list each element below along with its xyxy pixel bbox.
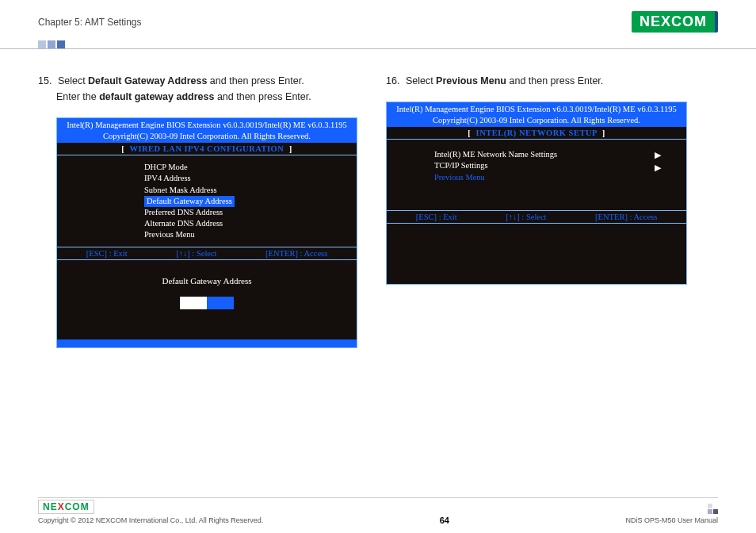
brand-logo: NEXCOM (632, 11, 718, 33)
ip-input[interactable] (180, 297, 234, 309)
bios-footer-bar (57, 339, 357, 347)
instruction-bold: Previous Menu (436, 75, 506, 86)
bios-keybar: [ESC] : Exit [↑↓] : Select [ENTER] : Acc… (57, 247, 357, 260)
step-number: 16. (386, 75, 399, 86)
page-number: 64 (440, 516, 449, 525)
menu-item[interactable]: TCP/IP Settings ▶ (434, 160, 664, 171)
menu-item[interactable]: Subnet Mask Address (144, 185, 357, 196)
bios-screenshot-left: Intel(R) Management Engine BIOS Extensio… (56, 117, 357, 348)
bios-empty-panel (387, 224, 686, 284)
key-hint-select: [↑↓] : Select (506, 213, 546, 221)
bios-header-line2: Copyright(C) 2003-09 Intel Corporation. … (390, 115, 683, 126)
instruction-bold: Default Gateway Address (88, 75, 207, 86)
bios-keybar: [ESC] : Exit [↑↓] : Select [ENTER] : Acc… (387, 211, 686, 224)
key-hint-select: [↑↓] : Select (176, 249, 216, 258)
bios-section-title: [ WIRED LAN IPV4 CONFIGURATION ] (57, 143, 357, 155)
copyright-text: Copyright © 2012 NEXCOM International Co… (38, 516, 263, 524)
menu-item[interactable]: DHCP Mode (144, 162, 357, 173)
menu-item-selected[interactable]: Previous Menu (434, 172, 664, 183)
instruction-text: and then press Enter. (506, 75, 603, 86)
chevron-right-icon: ▶ (655, 149, 661, 161)
key-hint-enter: [ENTER] : Access (595, 213, 657, 221)
bios-header-line1: Intel(R) Management Engine BIOS Extensio… (390, 104, 683, 115)
bios-menu: DHCP Mode IPV4 Address Subnet Mask Addre… (57, 155, 357, 247)
page-footer: NEXCOM Copyright © 2012 NEXCOM Internati… (0, 497, 756, 525)
instruction-bold: default gateway address (99, 91, 214, 102)
bios-screenshot-right: Intel(R) Management Engine BIOS Extensio… (386, 102, 687, 285)
menu-item-selected[interactable]: Default Gateway Address (144, 196, 235, 207)
manual-name: NDiS OPS-M50 User Manual (625, 516, 718, 524)
step-number: 15. (38, 75, 52, 86)
menu-item[interactable]: Preferred DNS Address (144, 207, 357, 218)
bios-header: Intel(R) Management Engine BIOS Extensio… (387, 102, 686, 127)
header-rule (0, 40, 756, 49)
menu-item[interactable]: Previous Menu (144, 229, 357, 240)
bios-menu: Intel(R) ME Network Name Settings ▶ TCP/… (387, 140, 686, 211)
bios-header: Intel(R) Management Engine BIOS Extensio… (57, 118, 357, 143)
right-column: 16. Select Previous Menu and then press … (386, 73, 718, 348)
instruction-text: and then press Enter. (214, 91, 311, 102)
instruction-text: and then press Enter. (207, 75, 304, 86)
bios-section-title: [ INTEL(R) NETWORK SETUP ] (387, 127, 686, 140)
chevron-right-icon: ▶ (655, 162, 661, 174)
key-hint-esc: [ESC] : Exit (86, 249, 128, 258)
bios-header-line1: Intel(R) Management Engine BIOS Extensio… (60, 120, 353, 131)
key-hint-enter: [ENTER] : Access (265, 249, 327, 258)
menu-item[interactable]: IPV4 Address (144, 173, 357, 184)
left-column: 15. Select Default Gateway Address and t… (38, 73, 370, 348)
instruction-text: Enter the (56, 91, 99, 102)
footer-squares-icon (708, 504, 718, 514)
menu-item[interactable]: Intel(R) ME Network Name Settings ▶ (434, 149, 664, 160)
gateway-label: Default Gateway Address (57, 276, 357, 286)
bios-input-panel: Default Gateway Address (57, 260, 357, 339)
key-hint-esc: [ESC] : Exit (416, 213, 457, 221)
menu-item[interactable]: Alternate DNS Address (144, 218, 357, 229)
instruction-text: Select (406, 75, 436, 86)
chapter-title: Chapter 5: AMT Settings (38, 17, 142, 28)
footer-logo: NEXCOM (38, 500, 94, 514)
bios-header-line2: Copyright(C) 2003-09 Intel Corporation. … (60, 131, 353, 142)
instruction-text: Select (58, 75, 88, 86)
